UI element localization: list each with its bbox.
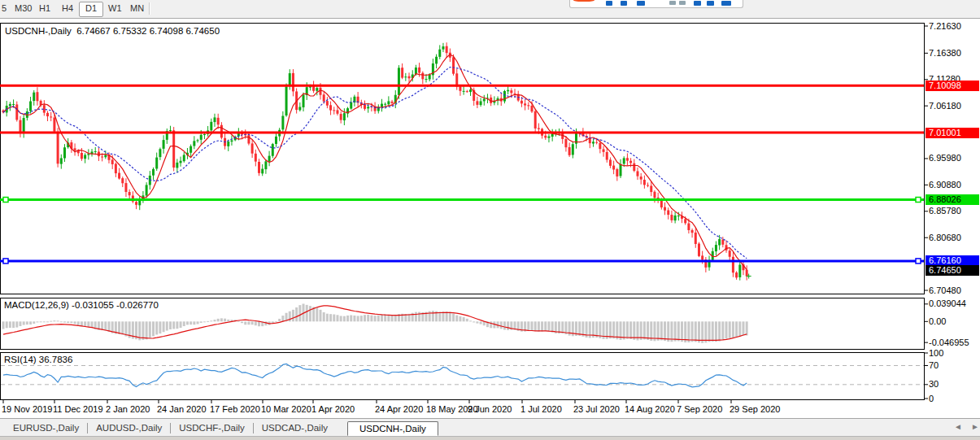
tab-scroll-right-icon[interactable]: ► (971, 422, 979, 431)
macd-histogram-bar (197, 321, 199, 324)
candle-body (425, 79, 427, 80)
macd-histogram-bar (309, 306, 311, 321)
date-label-24-Jan-2020: 24 Jan 2020 (157, 404, 207, 414)
macd-histogram-bar (480, 321, 482, 324)
macd-histogram-bar (316, 308, 318, 322)
macd-histogram-bar (74, 321, 76, 324)
candle-body (281, 115, 284, 129)
candle-body (483, 98, 486, 101)
hline-handle[interactable] (3, 259, 8, 264)
candle-body (616, 169, 618, 176)
candle-body (169, 130, 172, 131)
macd-histogram-bar (159, 321, 161, 333)
hline-handle[interactable] (916, 259, 921, 264)
candle-body (476, 101, 478, 105)
candle-body (670, 215, 673, 220)
price-tick-label: 7.21630 (929, 21, 961, 31)
chart-ohlc-values: 6.74667 6.75332 6.74098 6.74650 (76, 26, 220, 36)
candle-body (258, 162, 260, 173)
macd-histogram-bar (91, 321, 94, 328)
macd-histogram-bar (255, 321, 257, 325)
candle-body (452, 57, 455, 73)
candle-body (442, 46, 444, 50)
macd-histogram-bar (155, 321, 158, 334)
candle-body (463, 91, 465, 92)
chart-tab-EURUSDDaily[interactable]: EURUSD-,Daily (5, 420, 87, 435)
candle-body (629, 161, 632, 163)
candle-body (667, 211, 669, 216)
rsi-value: 36.7836 (39, 355, 73, 364)
candle-body (159, 149, 161, 157)
macd-histogram-bar (442, 311, 444, 321)
candle-body (603, 149, 605, 151)
candle-body (538, 129, 540, 129)
macd-histogram-bar (121, 321, 124, 334)
date-label-10-Mar-2020: 10 Mar 2020 (261, 404, 311, 414)
macd-histogram-bar (241, 321, 243, 323)
candle-body (527, 105, 529, 106)
macd-histogram-bar (333, 315, 335, 322)
macd-histogram-bar (718, 321, 721, 341)
macd-histogram-bar (715, 321, 717, 342)
date-label-1-Apr-2020: 1 Apr 2020 (311, 404, 355, 414)
candle-body (118, 173, 120, 179)
chart-tab-USDCHFDaily[interactable]: USDCHF-,Daily (171, 420, 253, 435)
candle-body (57, 132, 59, 163)
macd-histogram-bar (84, 321, 86, 326)
macd-histogram-bar (87, 321, 89, 326)
candle-body (9, 104, 11, 106)
macd-histogram-bar (146, 321, 148, 339)
macd-histogram-bar (367, 315, 369, 321)
candle-body (152, 169, 155, 176)
candle-body (210, 122, 212, 131)
chart-tabs: EURUSD-,DailyAUDUSD-,DailyUSDCHF-,DailyU… (5, 419, 442, 437)
candle-body (684, 219, 686, 223)
macd-histogram-bar (19, 321, 21, 326)
candle-body (721, 240, 724, 245)
candle-body (640, 176, 642, 180)
candle-body (298, 107, 301, 110)
macd-histogram-bar (391, 316, 394, 322)
macd-histogram-bar (189, 321, 192, 325)
chart-tab-USDCADDaily[interactable]: USDCAD-,Daily (254, 420, 336, 435)
candle-body (421, 73, 424, 80)
candle-body (183, 155, 185, 161)
macd-histogram-bar (275, 321, 277, 322)
macd-indicator-label: MACD(12,26,9) -0.031055 -0.026770 (4, 300, 159, 310)
macd-histogram-bar (657, 321, 660, 341)
macd-histogram-bar (415, 312, 417, 322)
candle-body (217, 118, 220, 124)
macd-histogram-bar (224, 319, 226, 322)
rsi-axis-label: 100 (929, 348, 943, 358)
candle-body (524, 103, 526, 105)
window-bottom-edge (0, 436, 980, 440)
slow-ma-line[interactable] (3, 68, 747, 259)
macd-histogram-bar (67, 321, 69, 323)
macd-histogram-bar (387, 315, 390, 321)
macd-histogram-bar (57, 320, 59, 321)
candle-body (507, 90, 509, 92)
macd-histogram-bar (729, 321, 731, 338)
date-label-23-Jul-2020: 23 Jul 2020 (573, 404, 620, 414)
chart-tab-AUDUSDDaily[interactable]: AUDUSD-,Daily (88, 420, 170, 435)
candle-body (203, 134, 206, 135)
macd-histogram-bar (12, 321, 15, 328)
macd-histogram-bar (664, 321, 666, 341)
date-label-17-Feb-2020: 17 Feb 2020 (210, 404, 260, 414)
candle-body (176, 163, 178, 168)
chart-tab-USDCNHDaily[interactable]: USDCNH-,Daily (347, 421, 438, 436)
hline-handle[interactable] (916, 198, 921, 203)
macd-histogram-bar (721, 321, 724, 340)
macd-histogram-bar (193, 321, 195, 325)
candle-body (599, 143, 601, 149)
candle-body (63, 147, 66, 158)
candle-body (469, 89, 472, 92)
candle-body (735, 272, 738, 277)
macd-histogram-bar (364, 315, 366, 321)
macd-histogram-bar (306, 305, 308, 321)
macd-histogram-bar (691, 321, 694, 342)
tab-scroll-left-icon[interactable]: ◄ (954, 422, 962, 431)
chart-canvas[interactable] (0, 0, 980, 440)
candle-body (647, 185, 649, 186)
hline-handle[interactable] (3, 198, 8, 203)
